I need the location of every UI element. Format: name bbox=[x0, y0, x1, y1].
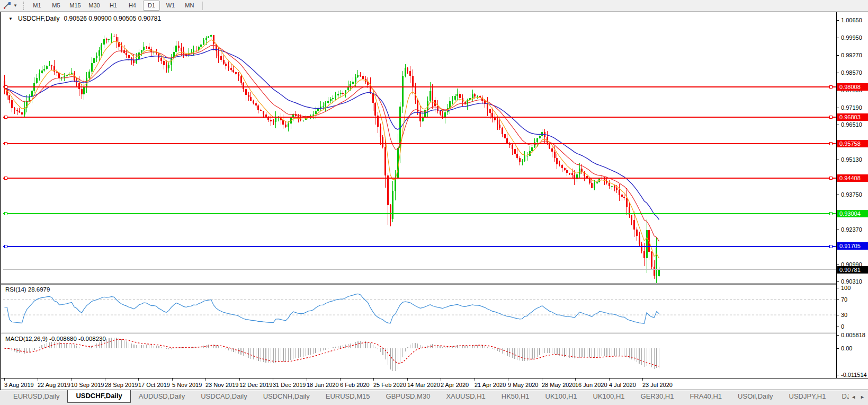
date-tickmark bbox=[138, 378, 139, 381]
price-tickmark bbox=[837, 230, 839, 230]
timeframe-button-h4[interactable]: H4 bbox=[124, 1, 141, 11]
macd-tick-label: 0.005818 bbox=[841, 332, 865, 338]
macd-tick-label: -0.011514 bbox=[841, 372, 867, 378]
hline-handle bbox=[4, 245, 7, 248]
hline-handle bbox=[829, 143, 832, 145]
date-tickmark bbox=[642, 378, 643, 381]
chart-tool-button[interactable]: ▼ bbox=[0, 0, 21, 11]
tab-scroll-right-icon[interactable]: ► bbox=[860, 394, 865, 400]
hline-price-label: 0.95758 bbox=[837, 140, 868, 147]
tab-usoil-daily[interactable]: USOil,Daily bbox=[730, 391, 781, 402]
date-axis[interactable]: 3 Aug 201922 Aug 201910 Sep 201928 Sep 2… bbox=[1, 378, 868, 390]
date-label: 22 Aug 2019 bbox=[38, 382, 70, 388]
date-label: 9 May 2020 bbox=[508, 382, 538, 388]
tab-usdjpy-h1[interactable]: USDJPY,H1 bbox=[781, 391, 834, 402]
rsi-tickmark bbox=[837, 327, 839, 327]
hline-handle bbox=[829, 212, 832, 215]
date-tickmark bbox=[205, 378, 206, 381]
tool-dropdown-caret-icon[interactable]: ▼ bbox=[13, 3, 17, 8]
tab-ger30-h1[interactable]: GER30,H1 bbox=[633, 391, 682, 402]
hline-handle bbox=[829, 86, 832, 89]
date-label: 10 Sep 2019 bbox=[71, 382, 104, 388]
timeframe-button-d1[interactable]: D1 bbox=[143, 1, 160, 11]
rsi-tick-label: 0 bbox=[841, 323, 844, 330]
rsi-tickmark bbox=[837, 315, 839, 315]
rsi-line bbox=[5, 294, 659, 323]
price-tick-label: 0.98570 bbox=[841, 69, 862, 76]
hline-price-label: 0.91705 bbox=[837, 242, 868, 250]
timeframe-toolbar: ▼ M1M5M15M30H1H4D1W1MN bbox=[0, 0, 868, 12]
tab-usdchf-daily[interactable]: USDCHF,Daily bbox=[67, 390, 130, 403]
price-tickmark bbox=[837, 73, 839, 73]
date-tickmark bbox=[407, 378, 408, 381]
macd-tickmark bbox=[837, 348, 839, 349]
date-tickmark bbox=[71, 378, 71, 381]
price-tickmark bbox=[837, 125, 839, 125]
tab-dj30-m15[interactable]: DJ30,M15 bbox=[834, 391, 851, 402]
date-label: 5 Nov 2019 bbox=[172, 382, 202, 388]
tab-scroll-buttons: ◄ ► bbox=[849, 393, 867, 401]
tab-eurusd-daily[interactable]: EURUSD,Daily bbox=[5, 391, 67, 402]
tab-xauusd-h1[interactable]: XAUUSD,H1 bbox=[438, 391, 493, 402]
tab-eurusd-m15[interactable]: EURUSD,M15 bbox=[318, 391, 378, 402]
date-label: 28 Sep 2019 bbox=[105, 382, 138, 388]
date-label: 6 Feb 2020 bbox=[340, 382, 370, 388]
current-price-label: 0.90781 bbox=[837, 266, 868, 274]
tab-usdcnh-daily[interactable]: USDCNH,Daily bbox=[255, 391, 318, 402]
macd-label: MACD(12,26,9) -0.008680 -0.008230 bbox=[5, 336, 106, 342]
date-tickmark bbox=[239, 378, 240, 381]
macd-histogram bbox=[5, 338, 659, 372]
date-label: 3 Aug 2019 bbox=[4, 382, 34, 388]
date-label: 12 Dec 2019 bbox=[239, 382, 272, 388]
date-label: 23 Jul 2020 bbox=[642, 382, 673, 388]
timeframe-button-m5[interactable]: M5 bbox=[48, 1, 65, 11]
hline-price-label: 0.94408 bbox=[837, 174, 868, 182]
date-label: 4 Jul 2020 bbox=[609, 382, 636, 388]
date-label: 18 Jan 2020 bbox=[307, 382, 339, 388]
timeframe-button-m30[interactable]: M30 bbox=[86, 1, 103, 11]
date-tickmark bbox=[38, 378, 38, 381]
hline-handle bbox=[829, 116, 832, 119]
date-label: 17 Oct 2019 bbox=[138, 382, 170, 388]
chart-dropdown-icon[interactable]: ▼ bbox=[8, 16, 13, 21]
price-tickmark bbox=[837, 108, 839, 108]
price-axis[interactable]: 1.006500.999500.992700.985700.978900.971… bbox=[836, 12, 868, 378]
date-tickmark bbox=[273, 378, 273, 381]
toolbar-separator bbox=[202, 2, 203, 10]
tab-scroll-left-icon[interactable]: ◄ bbox=[851, 394, 856, 400]
price-tickmark bbox=[837, 195, 839, 195]
tab-usdcad-daily[interactable]: USDCAD,Daily bbox=[193, 391, 255, 402]
timeframe-button-w1[interactable]: W1 bbox=[162, 1, 179, 11]
hline-handle bbox=[4, 143, 7, 145]
date-tickmark bbox=[508, 378, 508, 381]
price-tick-label: 0.92370 bbox=[841, 226, 862, 233]
toolbar-grip bbox=[23, 2, 24, 10]
rsi-panel-canvas[interactable] bbox=[3, 285, 836, 332]
tab-uk100-h1[interactable]: UK100,H1 bbox=[585, 391, 633, 402]
main-chart-canvas[interactable] bbox=[3, 13, 836, 283]
tab-uk100-h1[interactable]: UK100,H1 bbox=[538, 391, 585, 402]
price-tick-label: 0.97190 bbox=[841, 104, 862, 111]
tab-hk50-h1[interactable]: HK50,H1 bbox=[494, 391, 538, 402]
price-tick-label: 0.96510 bbox=[841, 121, 862, 128]
hline-price-label: 0.98008 bbox=[837, 83, 868, 91]
macd-panel-canvas[interactable] bbox=[3, 333, 836, 378]
price-tick-label: 0.99950 bbox=[841, 34, 862, 41]
timeframe-button-m1[interactable]: M1 bbox=[29, 1, 46, 11]
timeframe-button-mn[interactable]: MN bbox=[181, 1, 198, 11]
hline-handle bbox=[829, 177, 832, 179]
hline-price-label: 0.93004 bbox=[837, 210, 868, 217]
tab-audusd-daily[interactable]: AUDUSD,Daily bbox=[131, 391, 193, 402]
date-tickmark bbox=[307, 378, 307, 381]
price-tickmark bbox=[837, 281, 839, 282]
timeframe-button-m15[interactable]: M15 bbox=[67, 1, 84, 11]
date-label: 21 Apr 2020 bbox=[475, 382, 506, 388]
timeframe-button-h1[interactable]: H1 bbox=[105, 1, 122, 11]
price-tick-label: 0.99270 bbox=[841, 52, 862, 58]
rsi-tick-label: 30 bbox=[841, 312, 847, 318]
timeframe-buttons: M1M5M15M30H1H4D1W1MN bbox=[29, 1, 198, 11]
tab-fra40-h1[interactable]: FRA40,H1 bbox=[682, 391, 730, 402]
tab-gbpusd-m30[interactable]: GBPUSD,M30 bbox=[378, 391, 439, 402]
rsi-tickmark bbox=[837, 288, 839, 288]
ma-line-slow bbox=[5, 49, 659, 219]
